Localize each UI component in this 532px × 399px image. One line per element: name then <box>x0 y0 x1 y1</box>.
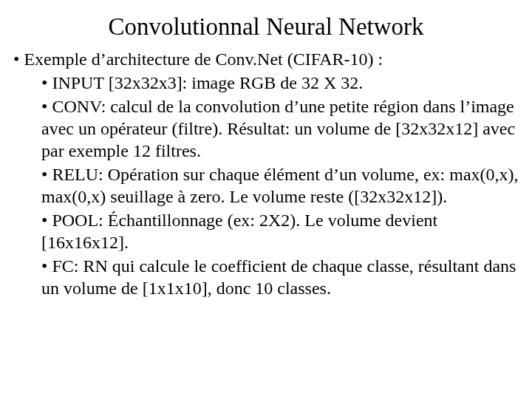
bullet-input: • INPUT [32x32x3]: image RGB de 32 X 32. <box>41 72 519 94</box>
slide-body: • Exemple d’architecture de Conv.Net (CI… <box>13 48 519 299</box>
bullet-intro: • Exemple d’architecture de Conv.Net (CI… <box>13 48 519 70</box>
bullet-fc: • FC: RN qui calcule le coefficient de c… <box>41 255 519 299</box>
slide: Convolutionnal Neural Network • Exemple … <box>0 0 532 399</box>
slide-title: Convolutionnal Neural Network <box>13 13 519 41</box>
bullet-relu: • RELU: Opération sur chaque élément d’u… <box>41 163 519 208</box>
bullet-conv: • CONV: calcul de la convolution d’une p… <box>41 95 519 162</box>
bullet-pool: • POOL: Échantillonnage (ex: 2X2). Le vo… <box>41 209 519 253</box>
